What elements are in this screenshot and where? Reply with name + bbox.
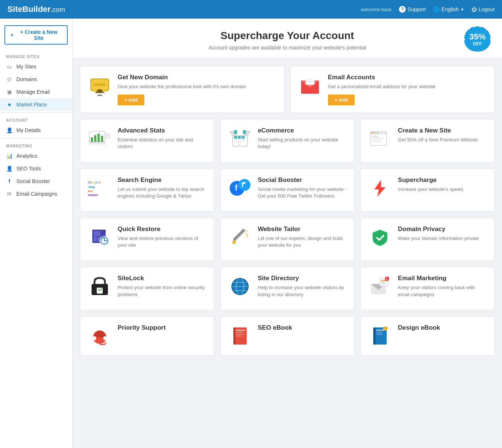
mid-row-4: SiteLock Protect your website from onlin…	[73, 261, 502, 310]
bolt-icon	[368, 176, 392, 200]
sitelock-card-body: SiteLock Protect your website from onlin…	[118, 275, 207, 302]
language-selector[interactable]: 🌐 English ▼	[433, 6, 464, 12]
email-icon-sidebar: ▣	[6, 89, 13, 95]
manage-sites-section-title: MANAGE SITES	[0, 51, 72, 60]
card-ecommerce[interactable]: eCommerce Start selling products on your…	[220, 119, 355, 162]
card-create-new-site[interactable]: Create a New Site Get 50% off a New Prem…	[360, 119, 495, 162]
card-search-engine[interactable]: Google bing Aol. YAHOO! Search Engine Le…	[80, 169, 214, 212]
svg-text:e: e	[99, 180, 100, 184]
card-get-new-domain[interactable]: www ↓ Get New Domain Give your website t…	[80, 66, 284, 113]
svg-rect-55	[94, 231, 100, 236]
card-website-tailor[interactable]: Website Tailor Let one of our experts, d…	[220, 218, 355, 261]
seo-ebook-card-title: SEO eBook	[258, 324, 292, 332]
svg-point-30	[234, 130, 237, 134]
priority-support-icon	[88, 324, 112, 348]
email-marketing-card-title: Email Marketing	[398, 275, 487, 282]
sidebar-item-manage-email[interactable]: ▣ Manage Email	[0, 86, 72, 98]
directory-card-desc: Help to increase your website visitors b…	[258, 284, 347, 298]
svg-rect-21	[106, 136, 109, 137]
card-sitelock[interactable]: SiteLock Protect your website from onlin…	[80, 267, 214, 310]
header-nav: welcome back ? Support 🌐 English ▼ ⏻ Log…	[361, 6, 495, 13]
ecommerce-card-body: eCommerce Start selling products on your…	[258, 127, 347, 154]
svg-text:bing: bing	[89, 185, 95, 189]
svg-point-52	[239, 179, 250, 191]
domain-card-title: Get New Domain	[118, 74, 246, 81]
quick-restore-card-title: Quick Restore	[118, 225, 207, 233]
priority-support-card-title: Priority Support	[118, 324, 166, 332]
stats-card-desc: Essential statistics on your site and vi…	[118, 137, 207, 150]
svg-rect-89	[235, 334, 244, 335]
svg-rect-62	[233, 229, 245, 241]
seo-icon: 👤	[6, 165, 13, 172]
sidebar-marketplace-label: Market Place	[16, 102, 47, 108]
svg-rect-87	[235, 330, 245, 331]
svg-rect-22	[106, 137, 109, 138]
hero-title: Supercharge Your Account	[80, 30, 495, 42]
directory-card-body: Site Directory Help to increase your web…	[258, 275, 347, 302]
card-social-booster[interactable]: f Social Booster Social media marketing …	[220, 169, 355, 212]
card-supercharge[interactable]: Supercharge Increase your website's spee…	[360, 169, 495, 212]
sidebar-item-email-campaigns[interactable]: ✉ Email Campaigns	[0, 188, 72, 200]
sidebar-my-details-label: My Details	[16, 127, 41, 133]
create-new-site-button[interactable]: + + Create a New Site	[4, 25, 68, 45]
svg-text:www: www	[94, 81, 106, 87]
svg-rect-29	[242, 140, 244, 143]
svg-text:l: l	[97, 180, 98, 184]
support-label: Support	[407, 6, 426, 12]
sidebar-item-seo-tools[interactable]: 👤 SEO Tools	[0, 162, 72, 175]
svg-rect-93	[373, 327, 375, 345]
card-email-marketing[interactable]: ! Email Marketing Keep your visitors com…	[360, 267, 495, 310]
sidebar-item-social-booster[interactable]: f Social Booster	[0, 175, 72, 188]
card-advanced-stats[interactable]: Advanced Stats Essential statistics on y…	[80, 119, 214, 162]
privacy-card-desc: Make your domain information private	[398, 235, 479, 242]
marketing-section-title: MARKETING	[0, 140, 72, 150]
svg-rect-13	[91, 137, 93, 142]
svg-rect-80	[381, 284, 386, 284]
domain-add-button[interactable]: + Add	[118, 95, 144, 105]
card-design-ebook[interactable]: Design eBook	[360, 316, 495, 356]
privacy-shield-icon	[368, 225, 392, 249]
sidebar-divider-2	[0, 138, 72, 138]
tailor-icon	[228, 225, 252, 249]
card-seo-ebook[interactable]: SEO eBook	[220, 316, 355, 356]
sidebar-item-analytics[interactable]: 📊 Analytics	[0, 150, 72, 162]
sidebar-item-my-details[interactable]: 👤 My Details	[0, 124, 72, 137]
svg-point-36	[377, 132, 378, 134]
sidebar: + + Create a New Site MANAGE SITES 🗂 My …	[0, 19, 73, 448]
svg-rect-79	[381, 282, 385, 283]
svg-rect-38	[372, 138, 384, 138]
svg-rect-14	[94, 135, 96, 142]
svg-rect-37	[372, 136, 378, 137]
logout-link[interactable]: ⏻ Logout	[471, 6, 495, 12]
new-site-card-desc: Get 50% off a New Premium Website	[398, 137, 478, 143]
domains-icon: ⊙	[6, 76, 13, 83]
svg-rect-40	[372, 141, 382, 142]
search-engine-icon: Google bing Aol. YAHOO!	[88, 176, 112, 200]
quick-restore-card-desc: View and restore previous versions of yo…	[118, 235, 207, 249]
card-quick-restore[interactable]: Quick Restore View and restore previous …	[80, 218, 214, 261]
tailor-card-title: Website Tailor	[258, 225, 347, 233]
svg-rect-20	[106, 134, 109, 135]
quick-restore-card-body: Quick Restore View and restore previous …	[118, 225, 207, 253]
svg-rect-18	[89, 145, 105, 145]
social-booster-card-body: Social Booster Social media marketing fo…	[258, 176, 347, 204]
sidebar-item-my-sites[interactable]: 🗂 My Sites	[0, 60, 72, 73]
card-priority-support[interactable]: Priority Support	[80, 316, 214, 356]
logo-com: com	[52, 6, 65, 13]
sidebar-social-label: Social Booster	[16, 178, 50, 184]
email-marketing-card-body: Email Marketing Keep your visitors comin…	[398, 275, 487, 302]
support-link[interactable]: ? Support	[399, 6, 426, 13]
card-site-directory[interactable]: Site Directory Help to increase your web…	[220, 267, 355, 310]
svg-marker-5	[97, 95, 103, 96]
card-domain-privacy[interactable]: Domain Privacy Make your domain informat…	[360, 218, 495, 261]
card-email-accounts[interactable]: Email Accounts Get a personalized email …	[290, 66, 495, 113]
sidebar-item-marketplace[interactable]: ★ Market Place	[0, 98, 72, 111]
svg-rect-10	[307, 80, 313, 80]
svg-text:g: g	[95, 180, 97, 184]
sidebar-item-domains[interactable]: ⊙ Domains	[0, 73, 72, 86]
svg-marker-53	[374, 180, 386, 197]
svg-point-65	[247, 234, 248, 236]
email-add-button[interactable]: + Add	[328, 95, 355, 105]
welcome-text: welcome back	[361, 7, 391, 12]
sidebar-seo-label: SEO Tools	[16, 166, 41, 172]
